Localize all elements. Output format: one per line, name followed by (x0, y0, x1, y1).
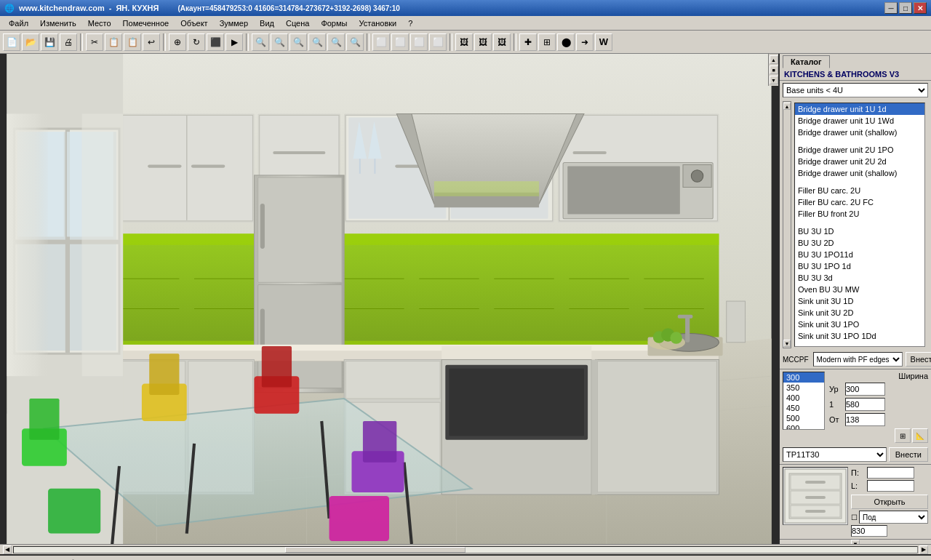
move-button[interactable]: ⊕ (169, 33, 186, 51)
panel-scroll-down[interactable]: ▼ (851, 540, 860, 544)
paste-button[interactable]: 📋 (124, 33, 141, 51)
catalog-item-1[interactable]: Bridge drawer unit 1U 1Wd (795, 115, 924, 127)
catalog-item-11[interactable]: BU 3U 1PO11d (795, 249, 924, 260)
new-button[interactable]: 📄 (3, 33, 20, 51)
catalog-item-15[interactable]: Sink unit 3U 1D (795, 295, 924, 307)
menu-help[interactable]: ? (402, 17, 418, 29)
measure-button[interactable]: ▶ (225, 33, 243, 51)
menu-edit[interactable]: Изменить (34, 17, 82, 29)
copy-button[interactable]: 📋 (105, 33, 122, 51)
arrow-button[interactable]: ➜ (576, 33, 594, 51)
catalog-item-8[interactable]: Filler BU front 2U (795, 208, 924, 220)
menu-view[interactable]: Вид (254, 17, 280, 29)
catalog-item-0[interactable]: Bridge drawer unit 1U 1d (795, 103, 924, 115)
open-button[interactable]: 📂 (22, 33, 39, 51)
close-button[interactable]: ✕ (914, 2, 927, 14)
photo2-button[interactable]: 🖼 (493, 33, 511, 51)
h-scroll-thumb[interactable] (285, 547, 466, 553)
filter-select[interactable]: Base units < 4U Base units Wall units Ta… (783, 83, 928, 97)
catalog-item-5[interactable]: Bridge drawer unit (shallow) (795, 167, 924, 179)
zoom-fit-button[interactable]: 🔍 (289, 33, 307, 51)
width-300[interactable]: 300 (783, 372, 824, 383)
menu-object[interactable]: Объект (175, 17, 213, 29)
menu-forms[interactable]: Формы (315, 17, 353, 29)
catalog-item-9[interactable]: BU 3U 1D (795, 225, 924, 237)
text-button[interactable]: W (595, 33, 612, 51)
width-450[interactable]: 450 (783, 403, 824, 413)
view-tb-3[interactable]: ▼ (770, 76, 778, 84)
under-select[interactable]: Под (859, 511, 928, 524)
insert-btn-2[interactable]: Внести (889, 447, 928, 462)
catalog-item-13[interactable]: BU 3U 3d (795, 272, 924, 284)
open-button[interactable]: Открыть (851, 495, 928, 509)
width-list[interactable]: 300 350 400 450 500 600 (783, 372, 825, 430)
menu-file[interactable]: Файл (3, 17, 34, 29)
width-500[interactable]: 500 (783, 413, 824, 423)
insert-button[interactable]: Внести (906, 352, 931, 367)
menu-settings[interactable]: Установки (353, 17, 402, 29)
under-value-input[interactable] (851, 525, 887, 537)
zoom-out-button[interactable]: 🔍 (271, 33, 288, 51)
width-600[interactable]: 600 (783, 423, 824, 430)
scroll-up-arrow[interactable]: ▲ (783, 103, 791, 110)
catalog-item-10[interactable]: BU 3U 2D (795, 237, 924, 249)
menu-bookmarks[interactable]: Помеченное (117, 17, 175, 29)
catalog-item-4[interactable]: Bridge drawer unit 2U 2d (795, 156, 924, 167)
view-tb-1[interactable]: ▲ (770, 55, 778, 64)
menu-scene[interactable]: Сцена (280, 17, 315, 29)
catalog-item-16[interactable]: Sink unit 3U 2D (795, 307, 924, 319)
tab-catalog[interactable]: Каталог (783, 55, 830, 68)
h-scroll-track[interactable] (13, 546, 918, 553)
render-button[interactable]: 🖼 (474, 33, 492, 51)
scale-button[interactable]: ⬛ (207, 33, 224, 51)
depth-input[interactable] (845, 398, 885, 411)
menu-zoom[interactable]: Зуммер (214, 17, 254, 29)
zoom-in-button[interactable]: 🔍 (252, 33, 269, 51)
zoom-window-button[interactable]: 🔍 (308, 33, 326, 51)
dim-icon-2[interactable]: 📐 (912, 428, 928, 443)
grid-button[interactable]: ⊞ (538, 33, 556, 51)
catalog-item-18[interactable]: Sink unit 3U 1PO 1Dd (795, 330, 924, 342)
minimize-button[interactable]: ─ (884, 2, 898, 14)
scroll-down-arrow[interactable]: ▼ (783, 340, 791, 347)
svg-rect-9 (119, 233, 719, 353)
view3d-button[interactable]: ⬜ (372, 33, 390, 51)
save-button[interactable]: 💾 (41, 33, 58, 51)
style-select[interactable]: Modern with PF edges Classic (813, 352, 903, 367)
under-value-row (851, 525, 928, 537)
catalog-item-17[interactable]: Sink unit 3U 1PO (795, 319, 924, 330)
add-button[interactable]: ✚ (519, 33, 537, 51)
from-input[interactable] (845, 413, 885, 426)
viewfloor-button[interactable]: ⬜ (410, 33, 428, 51)
p-input[interactable] (867, 467, 914, 479)
catalog-item-3[interactable]: Bridge drawer unit 2U 1PO (795, 144, 924, 156)
width-400[interactable]: 400 (783, 393, 824, 403)
undo-button[interactable]: ↩ (143, 33, 160, 51)
width-350[interactable]: 350 (783, 383, 824, 393)
dim-icon-1[interactable]: ⊞ (895, 428, 911, 443)
zoom-prev-button[interactable]: 🔍 (327, 33, 345, 51)
menu-place[interactable]: Место (82, 17, 117, 29)
width-label: Ширина (898, 372, 928, 380)
photo-button[interactable]: 🖼 (455, 33, 473, 51)
scroll-right-btn[interactable]: ▶ (919, 545, 928, 554)
code-select[interactable]: TP11T30 (783, 447, 887, 462)
dot-button[interactable]: ⬤ (557, 33, 575, 51)
catalog-item-7[interactable]: Filler BU carc. 2U FC (795, 196, 924, 208)
maximize-button[interactable]: □ (899, 2, 912, 14)
zoom-next-button[interactable]: 🔍 (346, 33, 364, 51)
viewelev-button[interactable]: ⬜ (429, 33, 447, 51)
cut-button[interactable]: ✂ (86, 33, 103, 51)
height-input[interactable] (845, 383, 885, 396)
catalog-list[interactable]: Bridge drawer unit 1U 1d Bridge drawer u… (794, 103, 925, 347)
catalog-item-6[interactable]: Filler BU carc. 2U (795, 185, 924, 196)
view-tb-2[interactable]: ■ (770, 65, 778, 74)
rotate-button[interactable]: ↻ (188, 33, 205, 51)
scroll-left-btn[interactable]: ◀ (3, 545, 12, 554)
catalog-item-2[interactable]: Bridge drawer unit (shallow) (795, 127, 924, 138)
view2d-button[interactable]: ⬜ (391, 33, 409, 51)
l-input[interactable] (867, 480, 914, 492)
print-button[interactable]: 🖨 (60, 33, 77, 51)
catalog-item-14[interactable]: Oven BU 3U MW (795, 284, 924, 295)
catalog-item-12[interactable]: BU 3U 1PO 1d (795, 260, 924, 272)
